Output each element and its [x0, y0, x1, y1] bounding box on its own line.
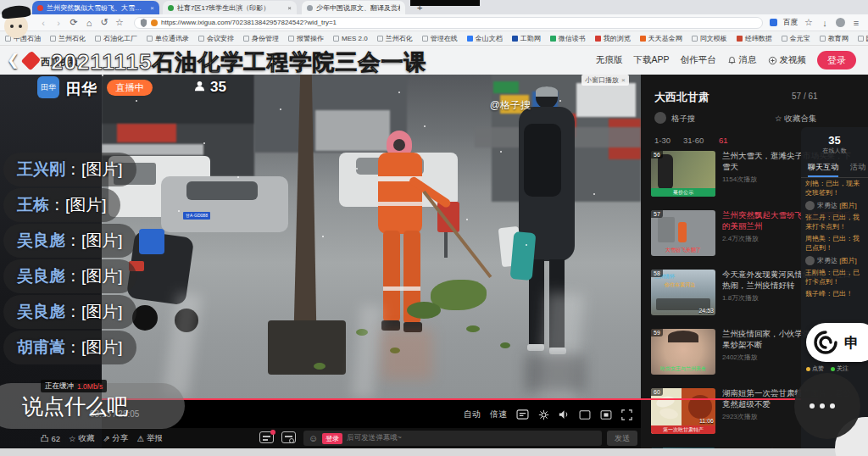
- danmaku-input[interactable]: ☺ 登录 后可发送弹幕哦~: [303, 431, 602, 446]
- follow-dot-icon: [831, 367, 835, 371]
- video-watermark: @格子搜: [490, 98, 531, 113]
- fullscreen-icon[interactable]: [621, 409, 632, 420]
- bookmark-item[interactable]: 单位通讯录: [147, 34, 189, 43]
- close-icon[interactable]: ×: [621, 76, 626, 84]
- bookmark-item[interactable]: 经纬数据: [737, 34, 772, 43]
- live-progress-bar[interactable]: [102, 398, 818, 400]
- nav-messages[interactable]: 消息: [727, 54, 757, 66]
- like-button[interactable]: 凸62: [41, 433, 60, 444]
- back-icon[interactable]: ‹: [36, 18, 51, 28]
- bookmark-item[interactable]: 微信读书: [550, 34, 586, 43]
- nav-creator-platform[interactable]: 创作平台: [681, 54, 716, 66]
- history-icon[interactable]: ↺: [97, 17, 112, 28]
- tab-close-icon[interactable]: ×: [287, 4, 292, 12]
- tab-title: 少年中国说原文、翻译及赏析: [316, 3, 400, 13]
- profile-avatar[interactable]: [2, 4, 32, 40]
- viewer-count: 35: [210, 79, 226, 96]
- online-count: 35: [801, 134, 868, 147]
- tab-close-icon[interactable]: ×: [150, 4, 154, 12]
- bookmark-item[interactable]: 工勤网: [512, 34, 541, 43]
- nav-download-app[interactable]: 下载APP: [633, 54, 669, 66]
- star-icon: ☆: [69, 434, 76, 443]
- tab-chat[interactable]: 聊天互动: [808, 162, 838, 177]
- bookmark-item[interactable]: 会议安排: [198, 34, 234, 43]
- bookmark-item[interactable]: 身份管理: [243, 34, 279, 43]
- author-name[interactable]: 格子搜: [671, 114, 696, 125]
- volume-icon[interactable]: [559, 409, 570, 420]
- speed-button[interactable]: 倍速: [490, 409, 507, 420]
- tab-activity[interactable]: 活动: [850, 162, 865, 177]
- bookmark-item[interactable]: 金元宝: [782, 34, 810, 43]
- bookmark-item[interactable]: 天天基金网: [640, 34, 682, 43]
- bookmark-item[interactable]: 兰州石化: [377, 34, 413, 43]
- tab-3[interactable]: 少年中国说原文、翻译及赏析: [302, 1, 405, 14]
- bookmark-item[interactable]: 园区: [858, 34, 868, 43]
- refresh-icon[interactable]: ⟳: [66, 17, 81, 28]
- online-count-label: 在线人数: [801, 147, 868, 155]
- streamer-avatar[interactable]: 田华: [37, 76, 59, 98]
- video-player[interactable]: 甘A·GD088: [102, 75, 641, 428]
- bookmark-item[interactable]: 我的浏览: [595, 34, 631, 43]
- backpack: [524, 124, 561, 197]
- more-dots-icon: [810, 403, 815, 409]
- danmaku-settings-icon[interactable]: [281, 431, 296, 443]
- author-avatar[interactable]: [654, 112, 666, 124]
- settings-gear-icon[interactable]: [538, 409, 549, 420]
- nav-incognito[interactable]: 无痕版: [596, 54, 623, 66]
- danmaku-bar: ☺ 登录 后可发送弹幕哦~ 发送: [102, 428, 641, 448]
- emoji-icon[interactable]: ☺: [309, 433, 318, 443]
- danmaku-toggle-icon[interactable]: [259, 431, 274, 443]
- quality-button[interactable]: 自动: [464, 409, 481, 420]
- connect-button[interactable]: 申: [806, 323, 868, 362]
- bookmark-item[interactable]: 金山文档: [467, 34, 503, 43]
- playlist-title: 大西北甘肃: [654, 90, 709, 105]
- share-button[interactable]: ⇗分享: [103, 433, 129, 444]
- gray-beanie: [536, 86, 558, 97]
- danmaku-icon[interactable]: [516, 409, 529, 420]
- bell-icon: [727, 56, 737, 65]
- range-tab-3[interactable]: 61: [719, 136, 728, 145]
- url-text: https://www.ixigua.com/70238138429578245…: [161, 19, 337, 26]
- chat-message: 宋勇达 [图片]: [801, 254, 868, 267]
- bookmark-item[interactable]: 兰州石化: [50, 34, 86, 43]
- forward-icon[interactable]: ›: [51, 18, 66, 28]
- home-icon[interactable]: ⌂: [81, 18, 97, 28]
- chat-message: 周艳美：已出：我已点到！: [801, 233, 868, 254]
- range-tab-1[interactable]: 1-30: [654, 136, 670, 145]
- report-button[interactable]: ⚠举报: [137, 433, 164, 444]
- search-engine-label[interactable]: 百度: [783, 18, 798, 28]
- browser-profile-icon[interactable]: [836, 18, 845, 27]
- bookmarks-bar: 中国石油 兰州石化 石油化工厂 单位通讯录 会议安排 身份管理 报警操作 MES…: [0, 31, 868, 46]
- login-button[interactable]: 登录: [817, 51, 856, 70]
- connect-swirl-icon: [811, 328, 840, 357]
- player-controls: 自动 倍速: [464, 407, 632, 422]
- favorite-icon[interactable]: ☆: [804, 17, 814, 28]
- theater-mode-icon[interactable]: [579, 410, 591, 420]
- like-dot-icon: [806, 367, 810, 371]
- download-icon[interactable]: ↓: [820, 18, 830, 28]
- bookmark-item[interactable]: 教育网: [820, 34, 849, 43]
- bookmark-item[interactable]: MES 2.0: [333, 35, 368, 42]
- web-fullscreen-icon[interactable]: [600, 410, 612, 420]
- send-button[interactable]: 发送: [607, 431, 637, 446]
- menu-icon[interactable]: ≡: [851, 18, 861, 28]
- new-tab-button[interactable]: +: [417, 3, 422, 13]
- collect-button[interactable]: ☆收藏: [69, 433, 95, 444]
- bookmark-item[interactable]: 石油化工厂: [95, 34, 137, 43]
- back-arrow-icon[interactable]: ❮: [7, 51, 19, 70]
- more-options-button[interactable]: [794, 373, 860, 439]
- url-bar[interactable]: https://www.ixigua.com/70238138429578245…: [134, 17, 763, 29]
- hat-icon: [1, 4, 31, 19]
- pip-toggle[interactable]: 小窗口播放 ×: [581, 75, 629, 86]
- bookmark-item[interactable]: 同文模板: [692, 34, 727, 43]
- tab-2[interactable]: 社育7区17班学生出演（印影） ×: [163, 1, 297, 14]
- nav-post-video[interactable]: 发视频: [768, 54, 807, 66]
- collect-collection-button[interactable]: ☆ 收藏合集: [775, 114, 816, 125]
- danmaku-login-chip[interactable]: 登录: [322, 433, 342, 444]
- bookmark-item[interactable]: 报警操作: [288, 34, 324, 43]
- bookmark-item[interactable]: 管理在线: [422, 34, 458, 43]
- chat-pill: 吴良彪：[图片]: [3, 259, 136, 293]
- bookmark-star-icon[interactable]: ☆: [112, 17, 127, 28]
- range-tab-2[interactable]: 31-60: [683, 136, 704, 145]
- tab-current-video[interactable]: 兰州突然飘似大雪纷飞、大雪… ×: [32, 1, 159, 14]
